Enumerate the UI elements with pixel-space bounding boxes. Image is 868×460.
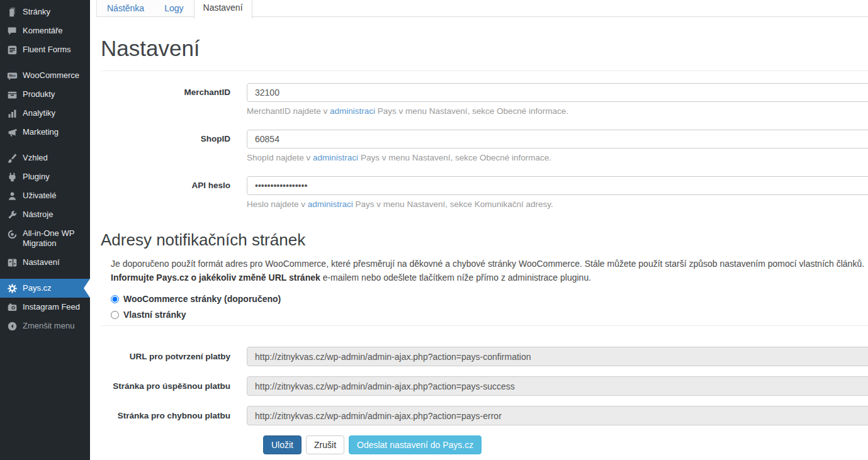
sidebar-item-fluent-forms[interactable]: Fluent Forms <box>0 40 90 59</box>
page-title: Nastavení <box>101 36 868 61</box>
field-cell: Heslo najdete v administraci Pays v menu… <box>247 176 868 209</box>
wordpress-admin-window: StránkyKomentářeFluent FormsWooWooCommer… <box>0 0 868 460</box>
sidebar-item-zmensit-menu[interactable]: Zmenšit menu <box>0 317 90 335</box>
form-row-stranka-pro-chybnou-platbu: Stránka pro chybnou platbu <box>101 406 868 425</box>
stranka-pro-uspesnou-platbu-input[interactable] <box>247 376 868 396</box>
sidebar-item-instagram-feed[interactable]: Instagram Feed <box>0 298 90 317</box>
products-icon <box>6 88 18 101</box>
help-text: MerchantID najdete v <box>247 106 330 116</box>
sidebar-item-vzhled[interactable]: Vzhled <box>0 149 90 167</box>
url-pro-potvrzeni-platby-input[interactable] <box>247 347 868 366</box>
radio-option-woocommerce-stranky-doporuceno[interactable]: WooCommerce stránky (doporučeno) <box>111 294 868 304</box>
sidebar-item-nastroje[interactable]: Nástroje <box>0 205 90 224</box>
sidebar-item-label: Instagram Feed <box>23 302 80 312</box>
gear-icon <box>6 282 18 295</box>
sidebar-item-label: Fluent Forms <box>23 45 71 55</box>
field-label: URL pro potvrzení platby <box>101 352 247 361</box>
sidebar-item-pluginy[interactable]: Pluginy <box>0 167 90 186</box>
bar-chart-icon <box>6 107 18 120</box>
field-label: Stránka pro úspěšnou platbu <box>101 381 247 391</box>
field-label: MerchantID <box>101 83 247 116</box>
form-row-api-heslo: API hesloHeslo najdete v administraci Pa… <box>101 176 868 209</box>
sidebar-item-uzivatele[interactable]: Uživatelé <box>0 186 90 205</box>
sidebar-item-all-in-one-wp-migration[interactable]: All-in-One WP Migration <box>0 224 90 253</box>
field-cell: ShopId najdete v administraci Pays v men… <box>247 130 868 162</box>
section-divider <box>101 325 868 326</box>
help-text: Heslo najdete v <box>247 199 308 209</box>
form-row-merchantid: MerchantIDMerchantID najdete v administr… <box>101 83 868 116</box>
page-mode-options: WooCommerce stránky (doporučeno)Vlastní … <box>111 294 868 320</box>
notification-section-title: Adresy notifikačních stránek <box>101 230 868 250</box>
merchantid-input[interactable] <box>247 83 868 102</box>
title-divider <box>101 70 868 71</box>
sidebar-item-marketing[interactable]: Marketing <box>0 123 90 142</box>
ulozit-button[interactable]: Uložit <box>263 435 302 454</box>
stranka-pro-chybnou-platbu-input[interactable] <box>247 406 868 425</box>
sidebar-item-label: Nastavení <box>23 257 60 267</box>
sidebar-item-label: Zmenšit menu <box>23 321 74 331</box>
field-label: Stránka pro chybnou platbu <box>101 411 247 420</box>
pages-icon <box>6 6 18 18</box>
help-link[interactable]: administraci <box>330 106 375 116</box>
sidebar-item-nastaveni[interactable]: Nastavení <box>0 253 90 272</box>
credentials-form: MerchantIDMerchantID najdete v administr… <box>101 83 868 209</box>
notification-urls-form: URL pro potvrzení platbyStránka pro úspě… <box>101 347 868 425</box>
collapse-arrow-icon <box>6 320 18 332</box>
tab-logy[interactable]: Logy <box>154 0 193 16</box>
radio-button[interactable] <box>111 295 119 303</box>
fluent-forms-icon <box>6 43 18 56</box>
sidebar-item-label: WooCommerce <box>23 70 79 81</box>
form-actions: UložitZrušitOdeslat nastavení do Pays.cz <box>263 435 868 454</box>
form-row-shopid: ShopIDShopId najdete v administraci Pays… <box>101 130 868 162</box>
form-row-stranka-pro-uspesnou-platbu: Stránka pro úspěšnou platbu <box>101 376 868 396</box>
sidebar-item-label: Komentáře <box>23 26 63 36</box>
form-row-url-pro-potvrzeni-platby: URL pro potvrzení platby <box>101 347 868 366</box>
field-help-text: Heslo najdete v administraci Pays v menu… <box>247 199 868 209</box>
help-text: Pays v menu Nastavení, sekce Obecné info… <box>375 106 568 116</box>
sidebar-item-label: Vzhled <box>23 153 48 163</box>
radio-option-vlastni-stranky[interactable]: Vlastní stránky <box>111 310 868 320</box>
odeslat-nastaveni-do-pays-cz-button[interactable]: Odeslat nastavení do Pays.cz <box>349 435 482 454</box>
help-link[interactable]: administraci <box>308 199 353 209</box>
plugin-tabbar: NástěnkaLogyNastavení <box>96 0 868 19</box>
sidebar-item-komentare[interactable]: Komentáře <box>0 21 90 40</box>
tab-nastenka[interactable]: Nástěnka <box>97 0 154 16</box>
plugin-icon <box>6 171 18 183</box>
svg-text:Woo: Woo <box>9 74 15 77</box>
description-text: Je doporučeno použít formát adres pro Wo… <box>111 259 864 269</box>
sidebar-item-analytiky[interactable]: Analytiky <box>0 104 90 123</box>
notification-section-body: Je doporučeno použít formát adres pro Wo… <box>101 257 868 320</box>
woocommerce-icon: Woo <box>6 69 18 82</box>
field-label: ShopID <box>101 130 247 162</box>
admin-sidebar: StránkyKomentářeFluent FormsWooWooCommer… <box>0 0 90 460</box>
help-link[interactable]: administraci <box>313 153 358 162</box>
megaphone-icon <box>6 126 18 138</box>
admin-menu: StránkyKomentářeFluent FormsWooWooCommer… <box>0 3 90 335</box>
brush-icon <box>6 152 18 164</box>
shopid-input[interactable] <box>247 130 868 149</box>
radio-button[interactable] <box>111 311 119 319</box>
sidebar-item-label: Nástroje <box>23 210 53 220</box>
sidebar-item-stranky[interactable]: Stránky <box>0 3 90 21</box>
field-cell <box>247 347 868 366</box>
help-text: ShopId najdete v <box>247 153 313 162</box>
camera-icon <box>6 301 18 313</box>
help-text: Pays v menu Nastavení, sekce Obecné info… <box>358 153 551 162</box>
user-icon <box>6 189 18 202</box>
sidebar-item-label: Pays.cz <box>23 283 52 293</box>
description-text: e-mailem nebo odešlete tlačítkem níže př… <box>320 272 591 283</box>
sidebar-item-pays-cz[interactable]: Pays.cz <box>0 279 90 298</box>
zrusit-button[interactable]: Zrušit <box>306 435 344 454</box>
api-heslo-input[interactable] <box>247 176 868 195</box>
plugin-settings-page: NástěnkaLogyNastavení Nastavení Merchant… <box>90 0 868 460</box>
sidebar-item-produkty[interactable]: Produkty <box>0 85 90 104</box>
tab-nastaveni-active[interactable]: Nastavení <box>194 0 252 19</box>
migration-icon <box>6 228 18 240</box>
sidebar-item-label: Uživatelé <box>23 191 56 201</box>
sidebar-item-woocommerce[interactable]: WooWooCommerce <box>0 66 90 85</box>
inactive-tabs-group: NástěnkaLogy <box>96 0 194 16</box>
sidebar-item-label: Analytiky <box>23 108 55 118</box>
field-cell <box>247 376 868 396</box>
sidebar-item-label: Produkty <box>23 89 55 99</box>
comment-icon <box>6 25 18 37</box>
